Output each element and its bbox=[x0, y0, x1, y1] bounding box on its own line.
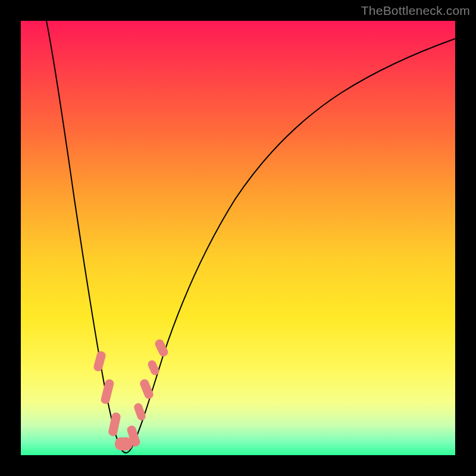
chart-frame: TheBottleneck.com bbox=[0, 0, 476, 476]
highlight-markers bbox=[93, 338, 170, 450]
svg-rect-0 bbox=[93, 350, 107, 372]
svg-rect-1 bbox=[100, 378, 115, 405]
svg-rect-7 bbox=[146, 359, 160, 376]
plot-area bbox=[21, 21, 455, 455]
svg-rect-5 bbox=[133, 402, 146, 422]
svg-rect-2 bbox=[108, 412, 121, 437]
watermark-text: TheBottleneck.com bbox=[361, 4, 470, 18]
bottleneck-curve bbox=[21, 21, 455, 455]
svg-rect-8 bbox=[154, 338, 170, 358]
